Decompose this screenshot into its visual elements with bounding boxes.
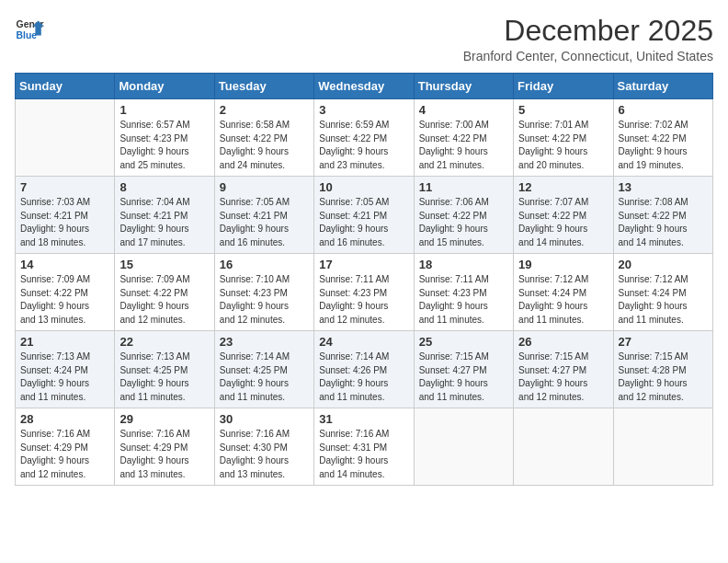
calendar-cell: 18Sunrise: 7:11 AMSunset: 4:23 PMDayligh… <box>414 254 513 331</box>
day-info: Sunrise: 7:16 AMSunset: 4:30 PMDaylight:… <box>220 428 309 481</box>
day-number: 7 <box>20 180 109 194</box>
calendar-cell: 8Sunrise: 7:04 AMSunset: 4:21 PMDaylight… <box>115 177 214 254</box>
day-info: Sunrise: 7:02 AMSunset: 4:22 PMDaylight:… <box>619 119 708 172</box>
day-number: 20 <box>619 258 708 271</box>
calendar-week-row: 21Sunrise: 7:13 AMSunset: 4:24 PMDayligh… <box>16 331 713 408</box>
day-number: 31 <box>319 412 408 426</box>
calendar-cell: 25Sunrise: 7:15 AMSunset: 4:27 PMDayligh… <box>414 331 513 408</box>
day-info: Sunrise: 6:59 AMSunset: 4:22 PMDaylight:… <box>319 119 408 172</box>
calendar-cell: 29Sunrise: 7:16 AMSunset: 4:29 PMDayligh… <box>115 408 214 486</box>
day-number: 1 <box>119 103 209 117</box>
day-number: 16 <box>220 258 309 271</box>
calendar-week-row: 1Sunrise: 6:57 AMSunset: 4:23 PMDaylight… <box>16 99 713 177</box>
page-header: General Blue December 2025 Branford Cent… <box>15 15 713 63</box>
calendar-week-row: 7Sunrise: 7:03 AMSunset: 4:21 PMDaylight… <box>16 177 713 254</box>
calendar-week-row: 28Sunrise: 7:16 AMSunset: 4:29 PMDayligh… <box>16 408 713 486</box>
day-info: Sunrise: 7:12 AMSunset: 4:24 PMDaylight:… <box>619 273 708 327</box>
day-number: 13 <box>619 180 708 194</box>
title-area: December 2025 Branford Center, Connectic… <box>463 15 713 63</box>
calendar-header-thursday: Thursday <box>414 74 513 99</box>
day-number: 11 <box>419 180 508 194</box>
day-info: Sunrise: 7:16 AMSunset: 4:31 PMDaylight:… <box>319 428 408 481</box>
page-title: December 2025 <box>463 15 713 47</box>
day-number: 17 <box>319 258 408 271</box>
calendar-header-monday: Monday <box>115 74 214 99</box>
day-number: 18 <box>419 258 508 271</box>
day-info: Sunrise: 7:09 AMSunset: 4:22 PMDaylight:… <box>20 273 109 327</box>
calendar-cell: 31Sunrise: 7:16 AMSunset: 4:31 PMDayligh… <box>314 408 414 486</box>
calendar-cell: 2Sunrise: 6:58 AMSunset: 4:22 PMDaylight… <box>214 99 313 177</box>
day-number: 26 <box>518 335 608 349</box>
day-info: Sunrise: 7:13 AMSunset: 4:24 PMDaylight:… <box>20 350 109 404</box>
day-info: Sunrise: 7:09 AMSunset: 4:22 PMDaylight:… <box>119 273 209 327</box>
day-info: Sunrise: 7:11 AMSunset: 4:23 PMDaylight:… <box>419 273 508 327</box>
day-number: 5 <box>518 103 608 117</box>
day-number: 30 <box>220 412 309 426</box>
calendar-cell: 10Sunrise: 7:05 AMSunset: 4:21 PMDayligh… <box>314 177 414 254</box>
day-number: 4 <box>419 103 508 117</box>
calendar-cell: 5Sunrise: 7:01 AMSunset: 4:22 PMDaylight… <box>514 99 613 177</box>
day-info: Sunrise: 7:16 AMSunset: 4:29 PMDaylight:… <box>119 428 209 481</box>
calendar-cell <box>414 408 513 486</box>
calendar-header-friday: Friday <box>514 74 613 99</box>
day-info: Sunrise: 7:06 AMSunset: 4:22 PMDaylight:… <box>419 196 508 249</box>
day-number: 3 <box>319 103 408 117</box>
day-number: 12 <box>518 180 608 194</box>
day-number: 27 <box>619 335 708 349</box>
day-number: 29 <box>119 412 209 426</box>
day-info: Sunrise: 7:15 AMSunset: 4:27 PMDaylight:… <box>419 350 508 404</box>
day-info: Sunrise: 7:15 AMSunset: 4:27 PMDaylight:… <box>518 350 608 404</box>
calendar-cell: 11Sunrise: 7:06 AMSunset: 4:22 PMDayligh… <box>414 177 513 254</box>
day-number: 25 <box>419 335 508 349</box>
day-number: 22 <box>119 335 209 349</box>
calendar-header-wednesday: Wednesday <box>314 74 414 99</box>
calendar-cell: 19Sunrise: 7:12 AMSunset: 4:24 PMDayligh… <box>514 254 613 331</box>
calendar-cell: 28Sunrise: 7:16 AMSunset: 4:29 PMDayligh… <box>16 408 115 486</box>
logo: General Blue <box>15 15 44 44</box>
calendar-header-row: SundayMondayTuesdayWednesdayThursdayFrid… <box>16 74 713 99</box>
calendar-cell: 4Sunrise: 7:00 AMSunset: 4:22 PMDaylight… <box>414 99 513 177</box>
calendar-cell: 21Sunrise: 7:13 AMSunset: 4:24 PMDayligh… <box>16 331 115 408</box>
calendar-cell: 20Sunrise: 7:12 AMSunset: 4:24 PMDayligh… <box>613 254 712 331</box>
calendar-cell: 1Sunrise: 6:57 AMSunset: 4:23 PMDaylight… <box>115 99 214 177</box>
day-info: Sunrise: 7:14 AMSunset: 4:26 PMDaylight:… <box>319 350 408 404</box>
day-number: 28 <box>20 412 109 426</box>
day-info: Sunrise: 7:01 AMSunset: 4:22 PMDaylight:… <box>518 119 608 172</box>
day-info: Sunrise: 7:00 AMSunset: 4:22 PMDaylight:… <box>419 119 508 172</box>
day-info: Sunrise: 6:57 AMSunset: 4:23 PMDaylight:… <box>119 119 209 172</box>
calendar-cell <box>514 408 613 486</box>
logo-icon: General Blue <box>15 15 44 44</box>
day-info: Sunrise: 7:05 AMSunset: 4:21 PMDaylight:… <box>319 196 408 249</box>
day-number: 15 <box>119 258 209 271</box>
day-info: Sunrise: 7:13 AMSunset: 4:25 PMDaylight:… <box>119 350 209 404</box>
calendar-cell: 22Sunrise: 7:13 AMSunset: 4:25 PMDayligh… <box>115 331 214 408</box>
svg-text:Blue: Blue <box>17 30 38 40</box>
day-number: 6 <box>619 103 708 117</box>
calendar-cell: 16Sunrise: 7:10 AMSunset: 4:23 PMDayligh… <box>214 254 313 331</box>
day-info: Sunrise: 6:58 AMSunset: 4:22 PMDaylight:… <box>220 119 309 172</box>
calendar-cell: 23Sunrise: 7:14 AMSunset: 4:25 PMDayligh… <box>214 331 313 408</box>
calendar-header-tuesday: Tuesday <box>214 74 313 99</box>
calendar-cell: 24Sunrise: 7:14 AMSunset: 4:26 PMDayligh… <box>314 331 414 408</box>
day-info: Sunrise: 7:07 AMSunset: 4:22 PMDaylight:… <box>518 196 608 249</box>
day-info: Sunrise: 7:08 AMSunset: 4:22 PMDaylight:… <box>619 196 708 249</box>
day-info: Sunrise: 7:10 AMSunset: 4:23 PMDaylight:… <box>220 273 309 327</box>
calendar-week-row: 14Sunrise: 7:09 AMSunset: 4:22 PMDayligh… <box>16 254 713 331</box>
day-number: 9 <box>220 180 309 194</box>
page-subtitle: Branford Center, Connecticut, United Sta… <box>463 49 713 63</box>
calendar-cell: 26Sunrise: 7:15 AMSunset: 4:27 PMDayligh… <box>514 331 613 408</box>
day-number: 23 <box>220 335 309 349</box>
calendar-cell: 3Sunrise: 6:59 AMSunset: 4:22 PMDaylight… <box>314 99 414 177</box>
calendar-cell: 27Sunrise: 7:15 AMSunset: 4:28 PMDayligh… <box>613 331 712 408</box>
day-number: 2 <box>220 103 309 117</box>
calendar-cell: 6Sunrise: 7:02 AMSunset: 4:22 PMDaylight… <box>613 99 712 177</box>
calendar-cell: 13Sunrise: 7:08 AMSunset: 4:22 PMDayligh… <box>613 177 712 254</box>
day-number: 14 <box>20 258 109 271</box>
calendar-cell: 15Sunrise: 7:09 AMSunset: 4:22 PMDayligh… <box>115 254 214 331</box>
calendar-cell: 14Sunrise: 7:09 AMSunset: 4:22 PMDayligh… <box>16 254 115 331</box>
day-number: 24 <box>319 335 408 349</box>
day-info: Sunrise: 7:14 AMSunset: 4:25 PMDaylight:… <box>220 350 309 404</box>
day-info: Sunrise: 7:16 AMSunset: 4:29 PMDaylight:… <box>20 428 109 481</box>
calendar-cell <box>16 99 115 177</box>
day-info: Sunrise: 7:12 AMSunset: 4:24 PMDaylight:… <box>518 273 608 327</box>
